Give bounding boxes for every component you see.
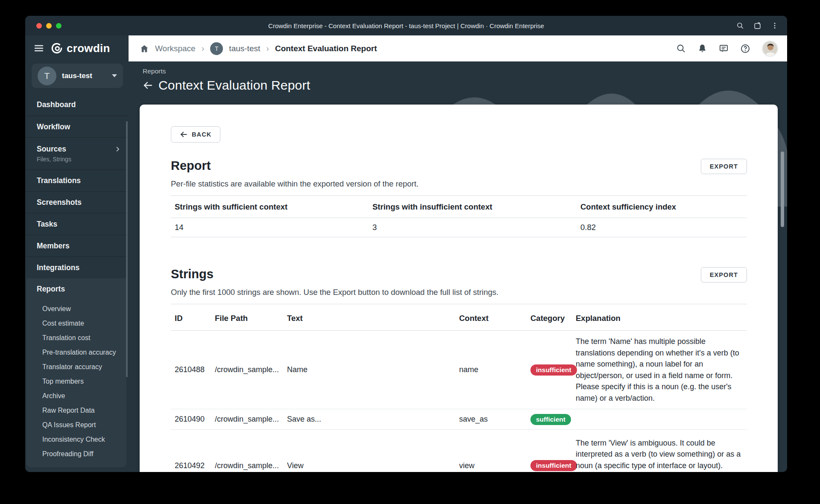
project-selector[interactable]: T taus-test: [32, 64, 123, 88]
sidebar-nav: Dashboard Workflow Sources Files, String…: [25, 94, 129, 467]
sidebar-item-reports[interactable]: Reports: [26, 278, 126, 300]
cell-category: insufficient: [527, 360, 572, 380]
status-badge: sufficient: [530, 414, 571, 425]
stat-value-insufficient: 3: [369, 218, 577, 237]
breadcrumb-project[interactable]: taus-test: [229, 44, 260, 53]
stat-value-index: 0.82: [577, 218, 747, 237]
sidebar-item-translator-accuracy[interactable]: Translator accuracy: [26, 360, 126, 374]
stat-value-sufficient: 14: [171, 218, 369, 237]
report-export-button[interactable]: EXPORT: [701, 159, 747, 174]
sidebar-item-sources[interactable]: Sources Files, Strings: [25, 137, 129, 169]
sidebar-item-workflow[interactable]: Workflow: [25, 116, 129, 137]
page-scrollbar[interactable]: [781, 151, 784, 227]
table-row: 14 3 0.82: [171, 218, 747, 237]
back-arrow-icon: [180, 131, 187, 138]
page-header: Reports Context Evaluation Report: [129, 61, 787, 105]
notifications-bell-icon[interactable]: [697, 44, 707, 53]
top-navbar: Workspace › T taus-test › Context Evalua…: [129, 35, 787, 61]
stat-header-index: Context sufficiency index: [577, 196, 747, 218]
cell-category: sufficient: [527, 410, 572, 429]
strings-table: ID File Path Text Context Category Expla…: [171, 304, 747, 472]
breadcrumb-workspace[interactable]: Workspace: [155, 44, 196, 53]
browser-window: Crowdin Enterprise - Context Evaluation …: [25, 16, 787, 472]
cell-file-path: /crowdin_sample...: [211, 411, 283, 428]
chevron-right-icon: ›: [266, 44, 269, 53]
cell-explanation: The term 'Name' has multiple possible tr…: [572, 331, 747, 409]
sidebar-item-dashboard[interactable]: Dashboard: [25, 94, 129, 116]
cell-explanation: [572, 414, 747, 425]
strings-export-button[interactable]: EXPORT: [701, 267, 747, 283]
report-section-subtitle: Per-file statistics are available within…: [171, 179, 747, 189]
chevron-right-icon: ›: [202, 44, 205, 53]
sidebar-item-translation-cost[interactable]: Translation cost: [26, 331, 126, 345]
column-header-context: Context: [455, 304, 527, 330]
cell-context: save_as: [455, 411, 527, 428]
breadcrumb-current-page: Context Evaluation Report: [275, 44, 377, 53]
home-icon[interactable]: [140, 44, 149, 53]
column-header-explanation: Explanation: [572, 304, 747, 330]
project-avatar: T: [38, 67, 56, 85]
cell-text: Name: [283, 361, 455, 379]
crowdin-wordmark: crowdin: [67, 42, 110, 55]
page-title: Context Evaluation Report: [158, 78, 310, 93]
sidebar-item-inconsistency-check[interactable]: Inconsistency Check: [26, 432, 126, 447]
stat-header-insufficient: Strings with insufficient context: [369, 196, 577, 218]
sidebar-item-sources-subtitle: Files, Strings: [37, 156, 121, 163]
strings-section-subtitle: Only the first 1000 strings are shown. U…: [171, 288, 747, 297]
breadcrumb: Workspace › T taus-test › Context Evalua…: [140, 42, 377, 55]
browser-titlebar: Crowdin Enterprise - Context Evaluation …: [25, 16, 787, 35]
chevron-down-icon: [112, 74, 117, 77]
sidebar-item-integrations[interactable]: Integrations: [25, 256, 129, 278]
cell-text: View: [283, 457, 455, 472]
sidebar-item-screenshots[interactable]: Screenshots: [25, 191, 129, 213]
sidebar-item-raw-report-data[interactable]: Raw Report Data: [26, 403, 126, 418]
messages-icon[interactable]: [719, 44, 729, 53]
search-icon[interactable]: [676, 44, 686, 53]
sidebar-scrollbar[interactable]: [126, 121, 128, 377]
sidebar-item-top-members[interactable]: Top members: [26, 374, 126, 389]
sidebar-item-cost-estimate[interactable]: Cost estimate: [26, 316, 126, 331]
column-header-text: Text: [283, 304, 455, 330]
status-badge: insufficient: [530, 364, 577, 376]
sidebar-item-pre-translation-accuracy[interactable]: Pre-translation accuracy: [26, 345, 126, 360]
cell-explanation: The term 'View' is ambiguous. It could b…: [572, 432, 747, 472]
sidebar-item-archive[interactable]: Archive: [26, 389, 126, 403]
column-header-file-path: File Path: [211, 304, 283, 330]
sidebar-item-overview[interactable]: Overview: [26, 302, 126, 316]
report-card: BACK Report EXPORT Per-file statistics a…: [140, 105, 778, 472]
strings-section-title: Strings: [171, 267, 214, 281]
cell-file-path: /crowdin_sample...: [211, 361, 283, 379]
desktop-background: Crowdin Enterprise - Context Evaluation …: [0, 0, 820, 504]
table-row: 2610490 /crowdin_sample... Save as... sa…: [171, 409, 747, 430]
cell-id: 2610490: [171, 411, 211, 428]
sidebar-item-proofreading-diff[interactable]: Proofreading Diff: [26, 447, 126, 461]
user-photo: [763, 41, 778, 57]
main-area: Workspace › T taus-test › Context Evalua…: [129, 35, 787, 472]
browser-search-icon[interactable]: [736, 22, 744, 29]
crowdin-logo-icon: [50, 42, 63, 55]
sidebar-reports-group: Reports Overview Cost estimate Translati…: [26, 278, 126, 467]
crowdin-logo[interactable]: crowdin: [50, 42, 110, 55]
column-header-category: Category: [527, 304, 572, 330]
cell-context: name: [455, 361, 527, 379]
sidebar-item-translations[interactable]: Translations: [25, 169, 129, 191]
table-row: 2610488 /crowdin_sample... Name name ins…: [171, 331, 747, 409]
cell-id: 2610488: [171, 361, 211, 379]
sidebar-item-qa-issues-report[interactable]: QA Issues Report: [26, 418, 126, 432]
report-stats-table: Strings with sufficient context Strings …: [171, 195, 747, 237]
sidebar-item-members[interactable]: Members: [25, 235, 129, 256]
breadcrumb-project-avatar: T: [210, 42, 223, 55]
report-section-title: Report: [171, 159, 211, 173]
status-badge: insufficient: [530, 460, 577, 471]
back-arrow-icon[interactable]: [143, 80, 153, 90]
extensions-icon[interactable]: [753, 22, 761, 30]
user-avatar[interactable]: [762, 41, 778, 57]
chevron-right-icon: [114, 146, 121, 152]
hamburger-menu-icon[interactable]: [34, 43, 44, 53]
help-icon[interactable]: [740, 44, 750, 54]
sidebar-item-tasks[interactable]: Tasks: [25, 213, 129, 235]
strings-table-header: ID File Path Text Context Category Expla…: [171, 304, 747, 331]
stat-header-sufficient: Strings with sufficient context: [171, 196, 369, 218]
browser-menu-icon[interactable]: [771, 22, 779, 29]
back-button[interactable]: BACK: [171, 126, 220, 143]
